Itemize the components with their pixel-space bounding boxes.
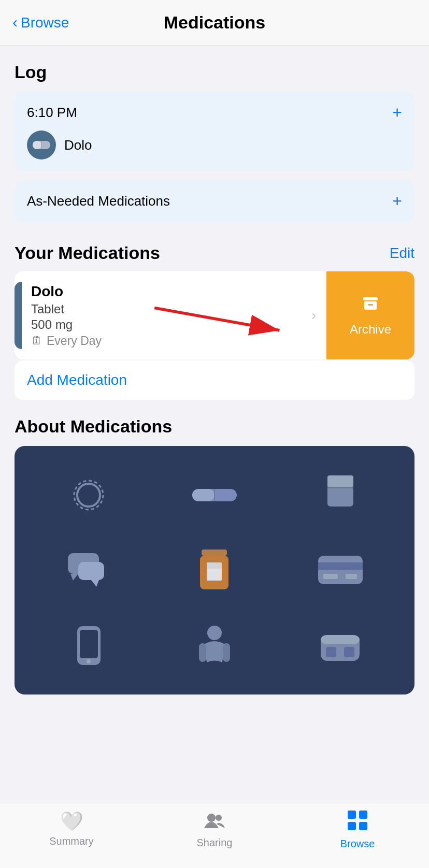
back-button[interactable]: ‹ Browse [12,15,69,31]
svg-rect-33 [223,643,230,662]
svg-marker-19 [91,580,99,587]
chevron-left-icon: ‹ [12,13,18,31]
page-title: Medications [164,12,265,33]
svg-rect-29 [80,630,98,658]
svg-rect-36 [326,647,336,657]
sharing-icon [204,811,225,834]
sun-icon-cell [31,462,147,527]
svg-rect-25 [318,562,363,570]
your-medications-section: Your Medications Edit Archive [0,222,429,400]
bread-icon-cell [282,613,398,678]
tab-summary[interactable]: 🤍 Summary [20,811,123,847]
log-section: Log 6:10 PM + Dolo As-Needed Medicat [0,46,429,222]
navigation-bar: ‹ Browse Medications [0,0,429,46]
medication-card[interactable]: Dolo Tablet 500 mg 🗓 Every Day › [15,271,326,359]
svg-rect-24 [318,556,363,584]
svg-marker-17 [70,574,78,581]
about-medications-title: About Medications [15,416,414,437]
medication-card-wrapper: Archive Dolo Tablet 500 mg 🗓 Every Day › [15,271,414,359]
log-medication-name: Dolo [64,137,92,153]
calendar-icon: 🗓 [31,334,42,348]
browse-icon [348,811,367,835]
about-icons-grid [15,446,414,695]
log-time-card: 6:10 PM + Dolo [15,92,414,171]
svg-rect-23 [207,562,222,569]
medication-schedule: 🗓 Every Day [31,334,305,348]
svg-point-38 [207,814,216,822]
as-needed-card[interactable]: As-Needed Medications + [15,180,414,222]
tablet-icon-cell [157,462,273,527]
back-label: Browse [21,15,69,31]
card-icon-cell [282,538,398,602]
chat-icon-cell [31,538,147,602]
medication-dose: 500 mg [31,317,305,332]
medication-name: Dolo [31,283,305,300]
svg-point-8 [77,484,100,507]
tab-bar: 🤍 Summary Sharing Browse [0,803,429,868]
figure-icon-cell [157,613,273,678]
tab-summary-label: Summary [49,835,94,847]
pill-icon [27,131,56,160]
svg-rect-41 [359,811,367,819]
archive-icon [361,294,380,317]
svg-point-30 [87,659,91,663]
svg-point-9 [74,481,103,510]
as-needed-add-button[interactable]: + [392,192,402,211]
svg-rect-26 [323,574,338,579]
log-time: 6:10 PM [27,105,77,121]
svg-rect-35 [321,635,360,644]
about-medications-section: About Medications [0,416,429,695]
tab-spacer [0,695,429,767]
medication-info: Dolo Tablet 500 mg 🗓 Every Day [31,283,305,348]
svg-rect-37 [344,647,354,657]
svg-rect-43 [359,822,367,830]
medication-type: Tablet [31,302,305,316]
medication-color-bar [15,282,22,349]
log-section-title: Log [15,62,414,82]
main-content: Log 6:10 PM + Dolo As-Needed Medicat [0,46,429,767]
svg-rect-3 [363,297,378,300]
add-medication-label[interactable]: Add Medication [27,372,127,388]
as-needed-label: As-Needed Medications [27,193,170,209]
heart-icon: 🤍 [60,811,83,832]
svg-rect-42 [348,822,356,830]
your-medications-header: Your Medications Edit [15,243,414,263]
log-add-button[interactable]: + [392,103,402,122]
log-time-row: 6:10 PM + [27,103,402,122]
log-medication-row: Dolo [27,131,402,160]
tab-browse[interactable]: Browse [306,811,409,850]
add-medication-card[interactable]: Add Medication [15,360,414,400]
cup-icon-cell [282,462,398,527]
svg-rect-14 [327,475,353,487]
pill-bottle-icon-cell [157,538,273,602]
svg-point-39 [216,815,222,821]
tab-browse-label: Browse [340,838,375,850]
tab-sharing[interactable]: Sharing [163,811,266,849]
your-medications-title: Your Medications [15,243,160,263]
svg-rect-5 [368,304,373,306]
svg-point-31 [207,626,222,640]
chevron-right-icon: › [311,307,316,324]
medication-frequency: Every Day [47,334,102,348]
svg-rect-1 [33,141,41,149]
svg-rect-11 [192,489,214,501]
svg-rect-27 [346,574,357,579]
archive-label: Archive [350,322,391,337]
about-medications-card[interactable] [15,446,414,695]
svg-rect-18 [78,562,104,580]
svg-rect-20 [202,549,227,556]
tab-sharing-label: Sharing [197,837,233,849]
svg-rect-15 [327,487,353,488]
phone-icon-cell [31,613,147,678]
archive-button[interactable]: Archive [326,271,414,359]
svg-rect-32 [199,643,206,662]
edit-button[interactable]: Edit [390,245,414,262]
svg-rect-40 [348,811,356,819]
